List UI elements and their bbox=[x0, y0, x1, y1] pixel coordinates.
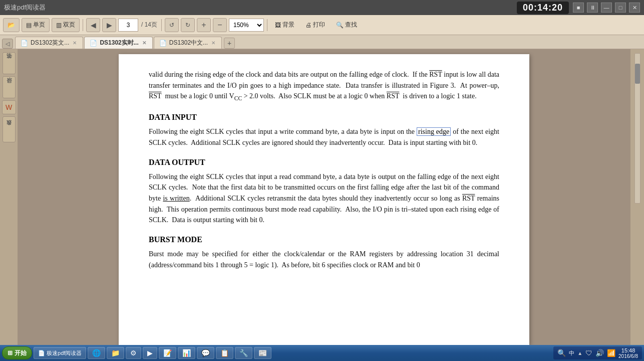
rst-1: RST bbox=[429, 71, 442, 78]
title-controls: ■ ⏸ — □ ✕ bbox=[573, 3, 640, 13]
pdf-para-data-output: Following the eight SCLK cycles that inp… bbox=[149, 171, 499, 226]
start-icon: ⊞ bbox=[8, 349, 13, 356]
open-icon: 📂 bbox=[8, 22, 15, 29]
sidebar-toggle-button[interactable]: ◁ bbox=[2, 39, 13, 49]
sep1 bbox=[83, 19, 83, 31]
data-input-header: DATA INPUT bbox=[149, 111, 499, 123]
app-title: 极速pdf阅读器 bbox=[4, 3, 517, 12]
open-file-button[interactable]: 📂 bbox=[3, 18, 20, 32]
is-written-underline: is written bbox=[163, 195, 189, 202]
search-button[interactable]: 🔍 查找 bbox=[332, 18, 362, 32]
taskbar-settings-button[interactable]: ⚙ bbox=[126, 347, 141, 359]
pdf-area: valid during the rising edge of the cloc… bbox=[18, 49, 630, 345]
taskbar-extra5-button[interactable]: 🔧 bbox=[235, 347, 252, 359]
tray-lang-icon[interactable]: 中 bbox=[569, 349, 574, 357]
single-page-button[interactable]: ▤ 单页 bbox=[22, 18, 50, 32]
taskbar-ie-button[interactable]: 🌐 bbox=[88, 347, 105, 359]
taskbar-media-button[interactable]: ▶ bbox=[143, 347, 157, 359]
maximize-button[interactable]: □ bbox=[615, 3, 626, 13]
sep3 bbox=[267, 19, 267, 31]
bookmark-button[interactable]: 书签 bbox=[3, 52, 16, 74]
pdf-para-1: valid during the rising edge of the cloc… bbox=[149, 69, 499, 103]
scrollbar-thumb[interactable] bbox=[635, 64, 640, 84]
page-total-label: / 14页 bbox=[141, 21, 157, 29]
main-area: 书签 目录 W 人仪脸 valid during the rising edge… bbox=[0, 49, 644, 345]
burst-mode-header: BURST MODE bbox=[149, 234, 499, 246]
zoom-out-button[interactable]: − bbox=[213, 18, 227, 32]
print-button[interactable]: 🖨 打印 bbox=[301, 18, 330, 32]
prev-page-button[interactable]: ◀ bbox=[86, 18, 100, 32]
toolbar: 📂 ▤ 单页 ▥ 双页 ◀ ▶ / 14页 ↺ ↻ + − 150% 100% … bbox=[0, 15, 644, 35]
taskbar-app-item[interactable]: 📄 极速pdf阅读器 bbox=[34, 347, 86, 359]
dual-page-button[interactable]: ▥ 双页 bbox=[52, 18, 80, 32]
timer-display: 00:14:20 bbox=[517, 2, 569, 14]
tray-network-icon[interactable]: 📶 bbox=[607, 349, 615, 357]
tab-ds1302-realtime[interactable]: 📄 DS1302实时... ✕ bbox=[84, 37, 152, 49]
pdf-para-burst-mode: Burst mode may be specified for either t… bbox=[149, 249, 499, 270]
new-tab-button[interactable]: + bbox=[224, 38, 235, 49]
right-sidebar bbox=[630, 49, 644, 345]
search-icon: 🔍 bbox=[336, 22, 344, 29]
rst-2: RST bbox=[149, 92, 161, 100]
tab-ds1302-english[interactable]: 📄 DS1302英文... ✕ bbox=[15, 37, 83, 49]
taskbar-extra2-button[interactable]: 📊 bbox=[178, 347, 195, 359]
print-icon: 🖨 bbox=[305, 22, 311, 29]
stop-button[interactable]: ■ bbox=[573, 3, 584, 13]
minimize-button[interactable]: — bbox=[601, 3, 612, 13]
single-page-icon: ▤ bbox=[26, 22, 32, 29]
tab-close-3[interactable]: ✕ bbox=[210, 40, 216, 46]
taskbar-extra1-button[interactable]: 📝 bbox=[159, 347, 176, 359]
undo-button[interactable]: ↺ bbox=[165, 18, 179, 32]
taskbar-extra3-button[interactable]: 💬 bbox=[197, 347, 214, 359]
taskbar-clock: 15:48 2016/6/8 bbox=[618, 347, 638, 359]
ocr-button[interactable]: 人仪脸 bbox=[3, 116, 16, 142]
redo-button[interactable]: ↻ bbox=[181, 18, 195, 32]
toc-button[interactable]: 目录 bbox=[3, 76, 16, 98]
scrollbar-track[interactable] bbox=[634, 53, 640, 204]
tab-ds1302-chinese[interactable]: 📄 DS1302中文... ✕ bbox=[154, 37, 222, 49]
background-icon: 🖼 bbox=[275, 22, 281, 29]
rst-3: RST bbox=[387, 92, 399, 100]
taskbar-tray: 🔍 中 ▲ 🛡 🔊 📶 15:48 2016/6/8 bbox=[553, 346, 642, 359]
tab-close-1[interactable]: ✕ bbox=[72, 40, 78, 46]
tray-search-icon[interactable]: 🔍 bbox=[557, 349, 566, 357]
background-button[interactable]: 🖼 背景 bbox=[270, 18, 299, 32]
pdf-para-data-input: Following the eight SCLK cycles that inp… bbox=[149, 126, 499, 148]
pause-button[interactable]: ⏸ bbox=[587, 3, 598, 13]
data-output-header: DATA OUTPUT bbox=[149, 156, 499, 168]
taskbar: ⊞ 开始 📄 极速pdf阅读器 🌐 📁 ⚙ ▶ 📝 📊 💬 📋 🔧 📰 🔍 中 … bbox=[0, 345, 644, 361]
tray-volume-icon[interactable]: 🔊 bbox=[595, 349, 604, 357]
taskbar-extra4-button[interactable]: 📋 bbox=[216, 347, 233, 359]
rising-edge-highlight: rising edge bbox=[417, 127, 451, 136]
tab-close-2[interactable]: ✕ bbox=[141, 40, 147, 46]
tabs-bar: ◁ 📄 DS1302英文... ✕ 📄 DS1302实时... ✕ 📄 DS13… bbox=[0, 35, 644, 49]
next-page-button[interactable]: ▶ bbox=[102, 18, 116, 32]
sep2 bbox=[161, 19, 162, 31]
tab-icon-2: 📄 bbox=[90, 40, 97, 47]
tray-arrow-icon[interactable]: ▲ bbox=[577, 350, 582, 356]
tray-shield-icon[interactable]: 🛡 bbox=[585, 349, 592, 357]
taskbar-folder-button[interactable]: 📁 bbox=[107, 347, 124, 359]
zoom-select[interactable]: 150% 100% 125% 200% bbox=[229, 19, 264, 32]
pdf-page: valid during the rising edge of the cloc… bbox=[119, 54, 529, 345]
convert-button[interactable]: W bbox=[2, 100, 16, 114]
rst-4: RST bbox=[462, 195, 475, 202]
taskbar-app-icon: 📄 bbox=[38, 350, 45, 356]
taskbar-extra6-button[interactable]: 📰 bbox=[254, 347, 271, 359]
page-number-input[interactable] bbox=[118, 19, 138, 32]
left-sidebar: 书签 目录 W 人仪脸 bbox=[0, 49, 18, 345]
start-button[interactable]: ⊞ 开始 bbox=[2, 346, 32, 359]
zoom-in-button[interactable]: + bbox=[197, 18, 211, 32]
title-bar: 极速pdf阅读器 00:14:20 ■ ⏸ — □ ✕ bbox=[0, 0, 644, 15]
dual-page-icon: ▥ bbox=[56, 22, 62, 29]
tab-icon-1: 📄 bbox=[21, 40, 28, 47]
tab-icon-3: 📄 bbox=[159, 40, 167, 47]
close-button[interactable]: ✕ bbox=[629, 3, 640, 13]
